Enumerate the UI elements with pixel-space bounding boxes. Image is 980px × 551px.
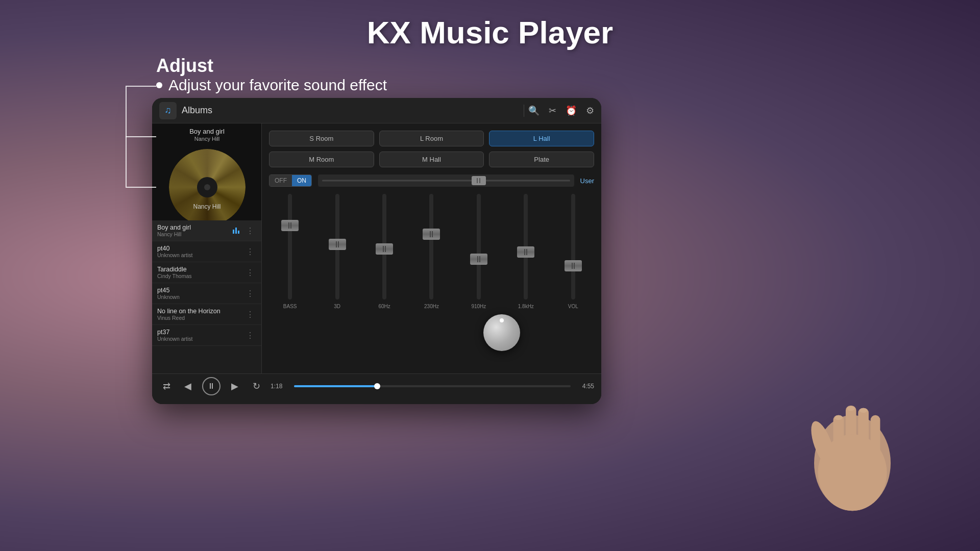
prev-button[interactable]: ◀ — [181, 379, 195, 393]
svg-point-7 — [835, 415, 842, 420]
svg-point-6 — [818, 434, 887, 511]
eq-knob[interactable] — [483, 314, 520, 351]
song-item[interactable]: No line on the Horizon Vinus Reed ⋮ — [152, 304, 261, 325]
player-controls: ⇄ ◀ ⏸ ▶ ↻ 1:18 4:55 — [159, 377, 594, 395]
song-info: pt40 Unknown artist — [157, 245, 244, 258]
eq-slider-track[interactable] — [524, 194, 528, 299]
song-item[interactable]: pt45 Unknown ⋮ — [152, 283, 261, 304]
eq-sliders: BASS 3D 60Hz — [269, 192, 594, 366]
eq-label: 1.8kHz — [518, 304, 534, 309]
album-name-overlay: Nancy Hill — [152, 203, 262, 210]
eq-slider-track[interactable] — [477, 194, 481, 299]
song-info: pt37 Unknown artist — [157, 329, 244, 342]
eq-slider-track[interactable] — [382, 194, 386, 299]
page-title: KX Music Player — [0, 14, 980, 51]
eq-slider-handle[interactable] — [565, 260, 582, 271]
repeat-button[interactable]: ↻ — [249, 379, 263, 393]
pause-button[interactable]: ⏸ — [202, 377, 220, 395]
album-artist: Nancy Hill — [152, 136, 262, 142]
song-artist: Vinus Reed — [157, 315, 244, 321]
room-button-l-hall[interactable]: L Hall — [489, 131, 594, 146]
song-artist: Cindy Thomas — [157, 273, 244, 279]
eq-slider-handle[interactable] — [281, 220, 299, 231]
song-more-button[interactable]: ⋮ — [244, 309, 256, 320]
eq-master-slider[interactable] — [318, 174, 574, 187]
album-art-container: Boy and girl Nancy Hill Nancy Hill — [152, 123, 262, 220]
song-title: Boy and girl — [157, 224, 233, 231]
shuffle-button[interactable]: ⇄ — [159, 379, 174, 393]
eq-active-icon — [233, 228, 241, 234]
alarm-icon[interactable]: ⏰ — [566, 105, 577, 116]
eq-slider-track[interactable] — [335, 194, 339, 299]
room-button-plate[interactable]: Plate — [489, 152, 594, 167]
eq-slider-track[interactable] — [288, 194, 292, 299]
eq-master-thumb[interactable] — [472, 176, 486, 185]
eq-slider-col-vol: VOL — [552, 192, 594, 309]
main-content: Boy and girl Nancy Hill Nancy Hill Boy a… — [152, 123, 601, 373]
eq-slider-col-3d: 3D — [316, 192, 358, 309]
player-bar: ⇄ ◀ ⏸ ▶ ↻ 1:18 4:55 — [152, 373, 601, 404]
eq-label: VOL — [568, 304, 578, 309]
hand-overlay — [786, 367, 919, 520]
eq-control-row: OFF ON User — [269, 174, 594, 187]
eq-slider-handle[interactable] — [470, 254, 487, 265]
eq-slider-col-230hz: 230Hz — [410, 192, 452, 309]
album-title: Boy and girl — [152, 128, 262, 135]
header-icons: 🔍 ✂ ⏰ ⚙ — [528, 105, 594, 116]
song-artist: Nancy Hill — [157, 231, 233, 237]
song-more-button[interactable]: ⋮ — [244, 267, 256, 279]
eq-slider-col-60hz: 60Hz — [363, 192, 405, 309]
song-artist: Unknown artist — [157, 336, 244, 342]
svg-point-9 — [860, 408, 867, 413]
song-more-button[interactable]: ⋮ — [244, 330, 256, 341]
cut-icon[interactable]: ✂ — [549, 105, 556, 116]
next-button[interactable]: ▶ — [228, 379, 242, 393]
song-more-button[interactable]: ⋮ — [244, 225, 256, 237]
eq-slider-col-1.8khz: 1.8kHz — [505, 192, 547, 309]
section-description: Adjust your favorite sound effect — [156, 77, 387, 94]
total-time: 4:55 — [578, 383, 594, 390]
eq-toggle[interactable]: OFF ON — [269, 174, 312, 187]
eq-sliders-area: BASS 3D 60Hz — [269, 192, 594, 366]
header-divider — [524, 105, 524, 117]
eq-slider-handle[interactable] — [517, 246, 534, 258]
song-item[interactable]: Taradiddle Cindy Thomas ⋮ — [152, 262, 261, 283]
left-panel: Boy and girl Nancy Hill Nancy Hill Boy a… — [152, 123, 262, 373]
eq-toggle-off[interactable]: OFF — [270, 175, 292, 186]
progress-bar[interactable] — [294, 385, 571, 387]
eq-label: 910Hz — [471, 304, 486, 309]
app-header: ♫ Albums 🔍 ✂ ⏰ ⚙ — [152, 98, 601, 123]
song-title: pt37 — [157, 329, 244, 336]
bullet-icon — [156, 82, 162, 88]
song-info: Boy and girl Nancy Hill — [157, 224, 233, 237]
song-item[interactable]: Boy and girl Nancy Hill ⋮ — [152, 220, 261, 241]
song-title: pt45 — [157, 287, 244, 294]
eq-slider-track[interactable] — [429, 194, 433, 299]
room-button-l-room[interactable]: L Room — [379, 131, 484, 146]
song-list: Boy and girl Nancy Hill ⋮ pt40 Unknown a… — [152, 220, 261, 346]
eq-slider-handle[interactable] — [376, 243, 393, 255]
current-time: 1:18 — [271, 383, 287, 390]
song-item[interactable]: pt40 Unknown artist ⋮ — [152, 241, 261, 262]
room-button-m-hall[interactable]: M Hall — [379, 152, 484, 167]
room-button-s-room[interactable]: S Room — [269, 131, 374, 146]
song-title: pt40 — [157, 245, 244, 252]
eq-slider-handle[interactable] — [329, 239, 346, 250]
room-buttons: S RoomL RoomL HallM RoomM HallPlate — [269, 131, 594, 167]
settings-icon[interactable]: ⚙ — [586, 105, 594, 116]
song-more-button[interactable]: ⋮ — [244, 288, 256, 299]
song-info: Taradiddle Cindy Thomas — [157, 266, 244, 279]
eq-slider-col-910hz: 910Hz — [458, 192, 500, 309]
room-button-m-room[interactable]: M Room — [269, 152, 374, 167]
section-label: Adjust — [156, 55, 213, 77]
song-info: pt45 Unknown — [157, 287, 244, 300]
user-label[interactable]: User — [580, 177, 594, 185]
search-icon[interactable]: 🔍 — [528, 105, 540, 116]
svg-point-8 — [847, 406, 855, 411]
eq-slider-handle[interactable] — [423, 229, 440, 240]
eq-slider-col-bass: BASS — [269, 192, 311, 309]
song-more-button[interactable]: ⋮ — [244, 246, 256, 258]
eq-toggle-on[interactable]: ON — [292, 175, 311, 186]
eq-slider-track[interactable] — [571, 194, 575, 299]
song-item[interactable]: pt37 Unknown artist ⋮ — [152, 325, 261, 346]
